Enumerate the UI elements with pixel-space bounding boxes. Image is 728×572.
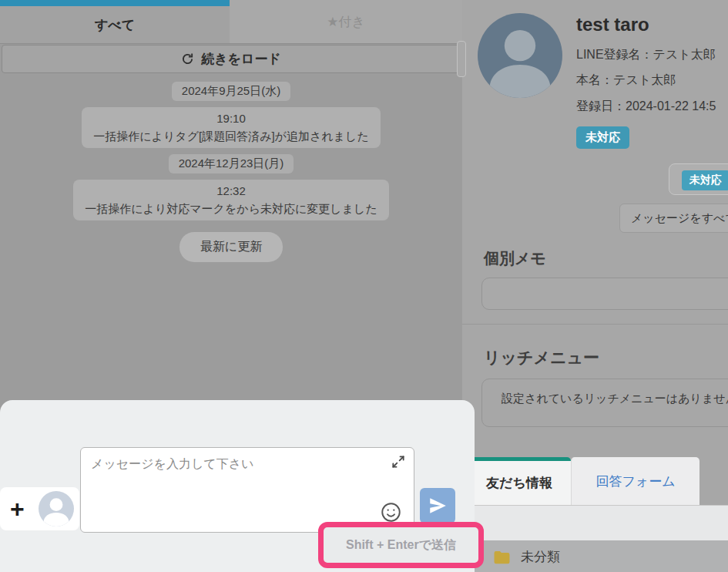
tab-all-messages[interactable]: すべて (0, 0, 230, 43)
memo-input[interactable] (481, 278, 728, 310)
profile-name: test taro (576, 14, 649, 35)
send-icon (428, 496, 448, 516)
status-select[interactable]: 未対応 (669, 163, 728, 195)
send-button[interactable] (420, 488, 455, 523)
emoji-icon[interactable] (381, 502, 401, 523)
profile-panel: test taro LINE登録名：テスト太郎 本名：テスト太郎 登録日：202… (462, 0, 728, 572)
richmenu-section-title: リッチメニュー (484, 347, 599, 368)
message-list: 2024年9月25日(水) 19:10 一括操作によりタグ[課題回答済み]が追加… (0, 73, 462, 262)
category-label: 未分類 (521, 548, 560, 566)
message-time: 19:10 (216, 112, 246, 125)
status-select-badge: 未対応 (682, 170, 728, 190)
send-hint-text: Shift + Enterで送信 (346, 537, 456, 553)
system-message: 19:10 一括操作によりタグ[課題回答済み]が追加されました (82, 107, 381, 148)
message-text: 一括操作により対応マークをから未対応に変更しました (85, 202, 377, 215)
expand-icon[interactable] (391, 454, 406, 469)
tab-friend-info[interactable]: 友だち情報 (468, 457, 571, 505)
system-message: 12:32 一括操作により対応マークをから未対応に変更しました (73, 180, 389, 220)
person-icon (478, 13, 562, 98)
section-divider (462, 324, 728, 325)
tab-answer-form[interactable]: 回答フォーム (571, 457, 699, 505)
attach-card: + (0, 487, 79, 530)
friend-info-content: 未分類 (462, 505, 728, 572)
status-badge: 未対応 (576, 126, 629, 149)
detail-tab-bar: 友だち情報 回答フォーム (468, 457, 699, 505)
confirm-all-messages-button[interactable]: メッセージをすべて確認 (619, 204, 728, 233)
person-icon (39, 491, 74, 527)
message-text: 一括操作によりタグ[課題回答済み]が追加されました (93, 130, 369, 143)
date-separator: 2024年12月23日(月) (169, 154, 294, 173)
add-attachment-button[interactable]: + (10, 496, 25, 521)
tab-starred-messages[interactable]: ★付き (230, 0, 462, 43)
refresh-icon (181, 52, 194, 66)
real-name: 本名：テスト太郎 (576, 72, 676, 89)
send-hint-highlight: Shift + Enterで送信 (318, 522, 484, 568)
richmenu-empty-box: 設定されているリッチメニューはありません (481, 379, 728, 427)
message-time: 12:32 (216, 184, 246, 197)
folder-icon (493, 550, 511, 564)
registered-date: 登録日：2024-01-22 14:5 (576, 99, 728, 115)
line-registered-name: LINE登録名：テスト太郎 (576, 47, 716, 63)
date-separator: 2024年9月25日(水) (172, 82, 290, 101)
category-row-uncategorized[interactable]: 未分類 (462, 540, 728, 572)
load-more-button[interactable]: 続きをロード (2, 45, 461, 73)
memo-section-title: 個別メモ (484, 248, 546, 269)
chat-tab-bar: すべて ★付き (0, 0, 462, 44)
avatar (478, 13, 562, 98)
load-more-label: 続きをロード (201, 50, 281, 68)
message-input[interactable] (80, 447, 414, 533)
sender-avatar (39, 491, 74, 527)
panel-collapse-handle[interactable] (457, 41, 466, 77)
refresh-latest-button[interactable]: 最新に更新 (179, 232, 283, 262)
